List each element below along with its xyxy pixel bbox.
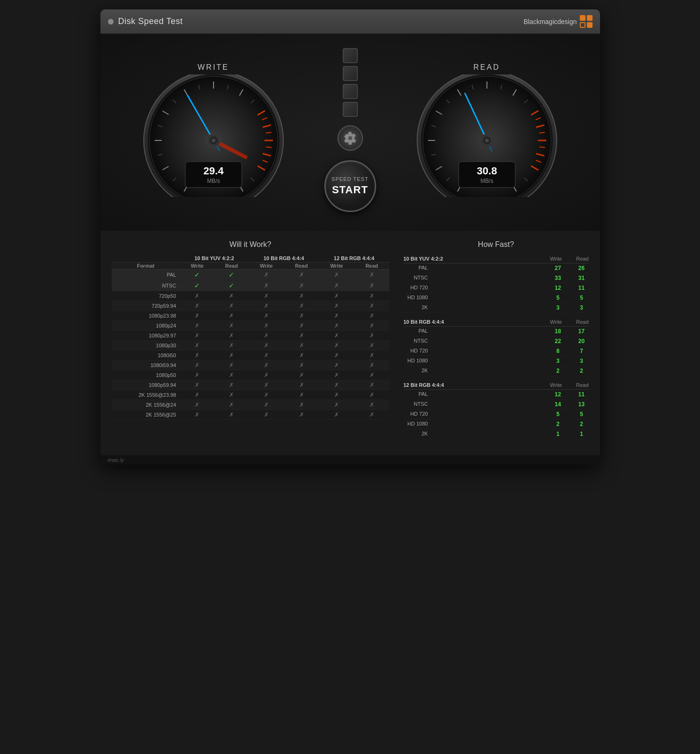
cross-icon: ✗ (229, 352, 234, 359)
value-cell: ✗ (248, 370, 284, 380)
value-cell: ✗ (354, 280, 389, 291)
cross-icon: ✗ (370, 303, 374, 309)
cross-icon: ✗ (195, 372, 199, 378)
work-table-body: PAL✓✓✗✗✗✗NTSC✓✓✗✗✗✗720p50✗✗✗✗✗✗720p59.94… (112, 270, 389, 420)
svg-text:MB/s: MB/s (207, 178, 220, 184)
cross-icon: ✗ (229, 372, 234, 378)
value-cell: ✗ (180, 311, 214, 321)
read-col-2: Read (284, 262, 319, 270)
value-cell: ✗ (284, 370, 319, 380)
how-fast-section: How Fast? 10 Bit YUV 4:2:2 Write Read PA… (404, 240, 589, 444)
start-button[interactable]: SPEED TEST START (324, 160, 376, 212)
write-value: 12 (551, 285, 565, 291)
format-cell: 720p59.94 (112, 301, 180, 311)
svg-point-38 (212, 139, 215, 142)
cross-icon: ✗ (370, 322, 374, 329)
table-row: 720p59.94✗✗✗✗✗✗ (112, 301, 389, 311)
cross-icon: ✗ (299, 392, 304, 398)
cross-icon: ✗ (370, 332, 374, 339)
footer-credit: imac.ly (108, 457, 124, 463)
indicator-sq-1 (343, 48, 358, 63)
cross-icon: ✗ (264, 322, 269, 329)
format-cell: 720p50 (112, 291, 180, 301)
table-row: 1080i50✗✗✗✗✗✗ (112, 351, 389, 361)
fast-group-name: 10 Bit YUV 4:2:2 (404, 256, 443, 262)
fast-group-header: 12 Bit RGB 4:4:4 Write Read (404, 381, 589, 390)
cross-icon: ✗ (195, 322, 199, 329)
write-label: WRITE (198, 63, 229, 72)
value-cell: ✗ (214, 361, 249, 370)
read-header: Read (576, 256, 588, 262)
cross-icon: ✗ (229, 322, 234, 329)
cross-icon: ✗ (299, 372, 304, 378)
cross-icon: ✗ (264, 382, 269, 388)
write-value: 5 (551, 411, 565, 418)
value-cell: ✗ (319, 351, 354, 361)
speed-test-label: SPEED TEST (331, 176, 368, 182)
value-cell: ✗ (319, 270, 354, 280)
cross-icon: ✗ (195, 402, 199, 408)
cross-icon: ✗ (195, 303, 199, 309)
value-cell: ✗ (354, 291, 389, 301)
cross-icon: ✗ (229, 303, 234, 309)
value-cell: ✗ (354, 311, 389, 321)
data-section: Will it Work? 10 Bit YUV 4:2:2 10 Bit RG… (100, 231, 600, 455)
how-fast-title: How Fast? (404, 240, 589, 249)
cross-icon: ✗ (229, 402, 234, 408)
read-value: 2 (575, 368, 589, 374)
cross-icon: ✗ (264, 271, 269, 278)
col-header-row: Format Write Read Write Read Write Read (112, 262, 389, 270)
cross-icon: ✗ (370, 372, 374, 378)
fast-row: 2K 1 1 (404, 429, 589, 439)
will-it-work-title: Will it Work? (112, 240, 389, 249)
value-cell: ✗ (248, 270, 284, 280)
fast-row: HD 1080 3 3 (404, 356, 589, 366)
value-cell: ✗ (214, 351, 249, 361)
value-cell: ✗ (214, 380, 249, 390)
settings-button[interactable] (338, 125, 363, 151)
cross-icon: ✗ (370, 293, 374, 299)
cross-icon: ✗ (299, 271, 304, 278)
format-cell: 1080i50 (112, 351, 180, 361)
value-cell: ✗ (319, 291, 354, 301)
close-button[interactable] (108, 19, 114, 25)
value-cell: ✗ (248, 400, 284, 410)
cross-icon: ✗ (299, 322, 304, 329)
format-col: Format (112, 262, 180, 270)
cross-icon: ✗ (264, 282, 269, 289)
value-cell: ✗ (180, 361, 214, 370)
format-cell: 1080p24 (112, 321, 180, 331)
cross-icon: ✗ (229, 392, 234, 398)
write-value: 12 (551, 391, 565, 398)
check-icon: ✓ (194, 282, 200, 289)
fast-row: NTSC 33 31 (404, 273, 589, 283)
format-cell: 1080i59.94 (112, 361, 180, 370)
cross-icon: ✗ (370, 382, 374, 388)
read-label: READ (473, 63, 500, 72)
value-cell: ✗ (284, 400, 319, 410)
fast-values: 33 31 (551, 275, 589, 281)
brand-sq-2 (587, 15, 593, 21)
cross-icon: ✗ (370, 392, 374, 398)
cross-icon: ✗ (264, 392, 269, 398)
fast-row-name: NTSC (404, 401, 432, 408)
value-cell: ✗ (354, 400, 389, 410)
value-cell: ✗ (248, 410, 284, 420)
cross-icon: ✗ (370, 342, 374, 349)
value-cell: ✗ (180, 410, 214, 420)
fast-col-headers: Write Read (550, 382, 589, 388)
value-cell: ✗ (319, 400, 354, 410)
value-cell: ✗ (319, 361, 354, 370)
check-icon: ✓ (229, 282, 234, 289)
cross-icon: ✗ (334, 293, 339, 299)
value-cell: ✗ (214, 291, 249, 301)
cross-icon: ✗ (299, 342, 304, 349)
cross-icon: ✗ (299, 282, 304, 289)
will-it-work-table: 10 Bit YUV 4:2:2 10 Bit RGB 4:4:4 12 Bit… (112, 254, 389, 420)
read-col-3: Read (354, 262, 389, 270)
cross-icon: ✗ (370, 352, 374, 359)
value-cell: ✗ (354, 370, 389, 380)
fast-row-name: HD 720 (404, 411, 432, 418)
yuv-header: 10 Bit YUV 4:2:2 (180, 254, 249, 262)
read-gauge-svg: 30.8 MB/s (412, 74, 562, 197)
